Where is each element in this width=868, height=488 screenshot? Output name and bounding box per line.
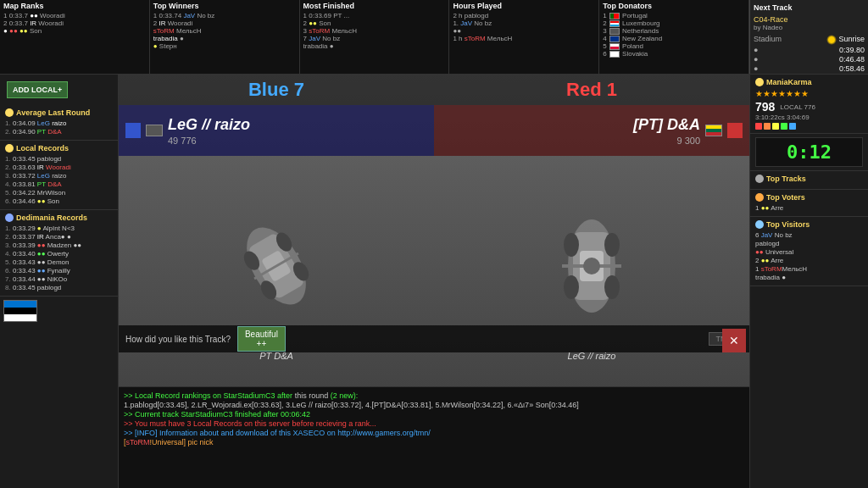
karma-count: 798 xyxy=(755,100,775,114)
player-flag-bottom xyxy=(3,300,114,322)
top-voters-title: Top Voters xyxy=(755,193,863,202)
red-color-indicator xyxy=(727,123,743,138)
karma-buttons xyxy=(755,123,863,130)
dr-3: 3. 0:33.39 ●● Madzen ●● xyxy=(5,241,113,249)
rating-prompt: How did you like this Track? xyxy=(125,335,231,344)
add-local-button[interactable]: ADD LOCAL+ xyxy=(7,81,68,98)
karma-rating1: 3:10:22cs 3:04:69 xyxy=(755,114,863,121)
stadium-label: Stadium xyxy=(754,35,782,45)
chat-line-6: [sToRM!Universal] pic nick xyxy=(124,438,744,446)
lr-2: 2. 0:33.63 IR Wooradi xyxy=(5,164,113,171)
red-player-score: 9 300 xyxy=(676,136,700,146)
mania-karma-title: ManiaKarma xyxy=(755,78,863,86)
chat-area: >> Local Record rankings on StarStadiumC… xyxy=(119,386,749,488)
svg-point-12 xyxy=(564,275,579,299)
close-rating-button[interactable]: ✕ xyxy=(722,329,746,352)
blue-player-score: 49 776 xyxy=(168,136,250,146)
game-area: Blue 7 Red 1 LeG // raizo 49 776 [PT] D&… xyxy=(119,75,749,386)
map-rank-row-3: ● ●● ●● Son xyxy=(3,27,146,35)
most-finished-section: Most Finished 1 0:33.69 PT ... 2 ●● Son … xyxy=(300,0,450,74)
average-last-round-title: Average Last Round xyxy=(5,108,113,117)
dr-6: 6. 0:33.43 ●● Fynailly xyxy=(5,267,113,274)
karma-info: LOCAL 776 xyxy=(780,103,815,111)
right-sidebar: ManiaKarma ★★★★★★★ 798 LOCAL 776 3:10:22… xyxy=(749,75,868,488)
track-by: by Nadeo xyxy=(754,24,865,31)
beautiful-rating-button[interactable]: Beautiful++ xyxy=(237,326,286,352)
chat-line-5: >> [INFO] Information about and download… xyxy=(124,429,744,437)
chat-line-4: >> You must have 3 Local Records on this… xyxy=(124,419,744,428)
dedimania-records-panel: Dedimania Records 1. 0:33.29 ● AlpInt N<… xyxy=(0,210,118,297)
score-header: Blue 7 Red 1 xyxy=(119,75,749,105)
next-track-title: Next Track xyxy=(754,3,865,12)
dr-5: 5. 0:33.43 ●● Demon xyxy=(5,258,113,266)
top-winners-section: Top Winners 1 0:33.74 JaV No bz 2 IR Woo… xyxy=(150,0,300,74)
map-ranks-section: Map Ranks 1 0:33.7 ●● Wooradi 2 0:33.7 I… xyxy=(0,0,150,74)
lr-4: 4. 0:33.81 PT D&A xyxy=(5,180,113,188)
top-visitors-title: Top Visitors xyxy=(755,220,863,229)
track-name: C04-Race xyxy=(754,15,865,24)
most-finished-title: Most Finished xyxy=(303,2,446,10)
lr-3: 3. 0:33.72 LeG raizo xyxy=(5,172,113,180)
dr-4: 4. 0:33.40 ●● Owerty xyxy=(5,250,113,258)
top-voters-panel: Top Voters 1 ●● Arre xyxy=(750,190,868,217)
chat-line-3: >> Current track StarStadiumC3 finished … xyxy=(124,410,744,419)
left-sidebar: ADD LOCAL+ Average Last Round 1. 0:34.09… xyxy=(0,75,119,488)
avg-row-2: 2. 0:34.90 PT D&A xyxy=(5,128,113,136)
top-visitors-list: 6 JaV No bz pablogd ●● Universal 2 ●● Ar… xyxy=(755,231,863,281)
avg-row-1: 1. 0:34.09 LeG raizo xyxy=(5,119,113,127)
svg-point-13 xyxy=(604,275,620,299)
blue-color-indicator xyxy=(125,123,141,138)
top-voters-list: 1 ●● Arre xyxy=(755,204,863,212)
track-time2: 0:46.48 xyxy=(839,55,865,64)
local-records-panel: Local Records 1. 0:33.45 pablogd 2. 0:33… xyxy=(0,141,118,210)
sunrise-label: Sunrise xyxy=(826,35,865,45)
dr-7: 7. 0:33.44 ●● NiKOo xyxy=(5,275,113,283)
player-cards: LeG // raizo 49 776 [PT] D&A 9 300 xyxy=(119,105,749,156)
map-rank-row-2: 2 0:33.7 IR Wooradi xyxy=(3,19,146,27)
svg-point-11 xyxy=(604,233,620,257)
track-time1: 0:39.80 xyxy=(839,46,865,54)
top-visitors-panel: Top Visitors 6 JaV No bz pablogd ●● Univ… xyxy=(750,217,868,286)
dr-8: 8. 0:33.45 pablogd xyxy=(5,284,113,291)
karma-stars: ★★★★★★★ xyxy=(755,89,863,98)
top-donators-section: Top Donators 1 Portugal 2 Luxembourg 3 N… xyxy=(599,0,749,74)
timer-panel: 0:12 xyxy=(750,134,868,171)
chat-line-1: >> Local Record rankings on StarStadiumC… xyxy=(124,391,744,400)
rating-bar: How did you like this Track? Beautiful++… xyxy=(119,325,749,352)
hours-played-title: Hours Played xyxy=(453,2,595,10)
local-records-title: Local Records xyxy=(5,144,113,152)
track-time3: 0:58.46 xyxy=(839,64,865,73)
map-rank-row-1: 1 0:33.7 ●● Wooradi xyxy=(3,12,146,19)
red-team-score: Red 1 xyxy=(434,79,749,101)
map-ranks-title: Map Ranks xyxy=(3,2,146,10)
blue-player-name: LeG // raizo xyxy=(168,116,250,134)
blue-player-card: LeG // raizo 49 776 xyxy=(119,105,434,156)
main-game-area: Blue 7 Red 1 LeG // raizo 49 776 [PT] D&… xyxy=(119,75,749,386)
mania-karma-panel: ManiaKarma ★★★★★★★ 798 LOCAL 776 3:10:22… xyxy=(750,75,868,134)
red-player-card: [PT] D&A 9 300 xyxy=(434,105,749,156)
top-tracks-panel: Top Tracks xyxy=(750,171,868,190)
timer-display: 0:12 xyxy=(755,137,863,167)
hours-played-section: Hours Played 2 h pablogd 1. JaV No bz ●●… xyxy=(449,0,599,74)
blue-player-flag xyxy=(146,125,163,136)
dr-2: 2. 0:33.37 IR Anca● ● xyxy=(5,233,113,241)
lr-1: 1. 0:33.45 pablogd xyxy=(5,155,113,163)
blue-player-info: LeG // raizo 49 776 xyxy=(168,116,250,146)
next-track-panel: Next Track C04-Race by Nadeo Stadium Sun… xyxy=(749,0,868,74)
dr-1: 1. 0:33.29 ● AlpInt N<3 xyxy=(5,225,113,232)
top-tracks-title: Top Tracks xyxy=(755,175,863,183)
red-player-info: [PT] D&A 9 300 xyxy=(633,116,700,146)
top-donators-title: Top Donators xyxy=(603,2,745,10)
dedimania-records-title: Dedimania Records xyxy=(5,214,113,222)
svg-point-10 xyxy=(564,233,579,257)
top-winners-title: Top Winners xyxy=(153,2,296,10)
red-player-name: [PT] D&A xyxy=(633,116,700,134)
lr-5: 5. 0:34.22 MrWilson xyxy=(5,189,113,197)
chat-line-2: 1.pablogd[0:33.45], 2.LR_Wojoradi.ex[0:3… xyxy=(124,401,744,409)
red-player-flag xyxy=(705,125,722,136)
lr-6: 6. 0:34.46 ●● Son xyxy=(5,197,113,205)
top-bar: Map Ranks 1 0:33.7 ●● Wooradi 2 0:33.7 I… xyxy=(0,0,868,75)
average-last-round-panel: Average Last Round 1. 0:34.09 LeG raizo … xyxy=(0,105,118,141)
svg-point-16 xyxy=(583,258,600,274)
blue-team-score: Blue 7 xyxy=(119,79,434,101)
